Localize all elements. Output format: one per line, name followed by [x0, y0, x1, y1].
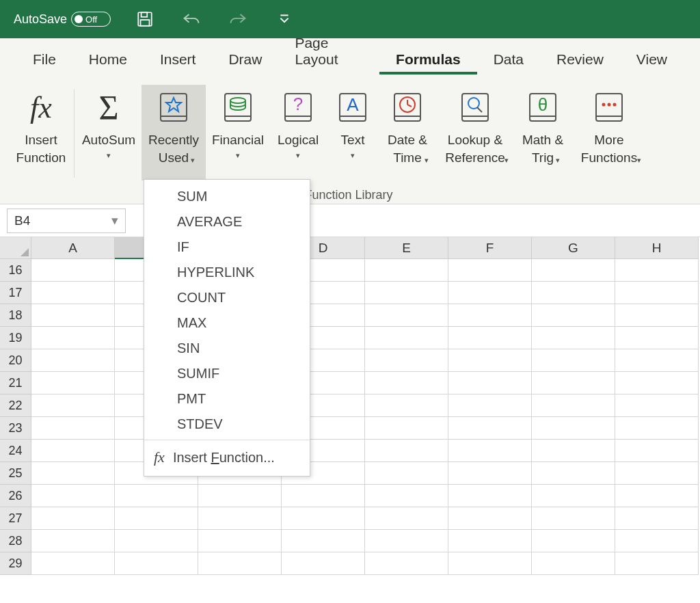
menuitem-max[interactable]: MAX	[144, 310, 310, 336]
cell-E21[interactable]	[365, 372, 448, 394]
row-header-28[interactable]: 28	[0, 530, 31, 552]
menuitem-stdev[interactable]: STDEV	[144, 412, 310, 437]
tab-insert[interactable]: Insert	[144, 44, 213, 75]
tab-data[interactable]: Data	[477, 44, 540, 75]
cell-A26[interactable]	[31, 485, 115, 507]
tab-review[interactable]: Review	[540, 44, 620, 75]
cell-D29[interactable]	[282, 552, 365, 575]
row-header-19[interactable]: 19	[0, 327, 31, 349]
row-header-26[interactable]: 26	[0, 485, 31, 507]
cell-G17[interactable]	[532, 282, 615, 304]
tab-home[interactable]: Home	[72, 44, 144, 75]
menuitem-if[interactable]: IF	[144, 234, 310, 260]
cell-A19[interactable]	[31, 327, 115, 349]
cell-H22[interactable]	[615, 394, 699, 417]
row-header-18[interactable]: 18	[0, 304, 31, 327]
cell-C29[interactable]	[198, 552, 282, 575]
cell-E22[interactable]	[365, 394, 448, 417]
cell-D28[interactable]	[282, 530, 365, 552]
cell-A27[interactable]	[31, 507, 115, 530]
cell-H26[interactable]	[615, 485, 699, 507]
cell-E24[interactable]	[365, 440, 448, 462]
cell-C28[interactable]	[198, 530, 282, 552]
financial-button[interactable]: Financial ▾	[206, 85, 270, 180]
menuitem-count[interactable]: COUNT	[144, 285, 310, 310]
cell-E27[interactable]	[365, 507, 448, 530]
cell-A28[interactable]	[31, 530, 115, 552]
date-time-button[interactable]: Date & Time ▾	[379, 85, 435, 180]
cell-F23[interactable]	[448, 417, 532, 440]
column-header-F[interactable]: F	[448, 237, 532, 259]
tab-page-layout[interactable]: Page Layout	[278, 28, 379, 75]
cell-H18[interactable]	[615, 304, 699, 327]
autosave-switch[interactable]: Off	[71, 12, 111, 27]
cell-A21[interactable]	[31, 372, 115, 394]
cell-A23[interactable]	[31, 417, 115, 440]
cell-G24[interactable]	[532, 440, 615, 462]
cell-E26[interactable]	[365, 485, 448, 507]
text-button[interactable]: A Text ▾	[326, 85, 379, 180]
cell-E20[interactable]	[365, 349, 448, 372]
math-trig-button[interactable]: θ Math & Trig ▾	[515, 85, 571, 180]
cell-F21[interactable]	[448, 372, 532, 394]
cell-D26[interactable]	[282, 485, 365, 507]
cell-F18[interactable]	[448, 304, 532, 327]
cell-A20[interactable]	[31, 349, 115, 372]
logical-button[interactable]: ? Logical ▾	[270, 85, 326, 180]
cell-E28[interactable]	[365, 530, 448, 552]
cell-F16[interactable]	[448, 259, 532, 282]
cell-G23[interactable]	[532, 417, 615, 440]
save-icon[interactable]	[135, 10, 154, 29]
cell-G28[interactable]	[532, 530, 615, 552]
tab-file[interactable]: File	[16, 44, 72, 75]
cell-H19[interactable]	[615, 327, 699, 349]
column-header-E[interactable]: E	[365, 237, 448, 259]
select-all-corner[interactable]	[0, 237, 31, 259]
cell-E25[interactable]	[365, 462, 448, 485]
more-functions-button[interactable]: More Functions ▾	[571, 85, 647, 180]
cell-H20[interactable]	[615, 349, 699, 372]
cell-E19[interactable]	[365, 327, 448, 349]
cell-H25[interactable]	[615, 462, 699, 485]
cell-H21[interactable]	[615, 372, 699, 394]
insert-function-button[interactable]: fx Insert Function	[10, 85, 72, 180]
menuitem-sin[interactable]: SIN	[144, 336, 310, 361]
cell-G25[interactable]	[532, 462, 615, 485]
cell-F25[interactable]	[448, 462, 532, 485]
cell-A25[interactable]	[31, 462, 115, 485]
cell-B29[interactable]	[115, 552, 198, 575]
cell-G16[interactable]	[532, 259, 615, 282]
cell-B26[interactable]	[115, 485, 198, 507]
row-header-27[interactable]: 27	[0, 507, 31, 530]
recently-used-button[interactable]: Recently Used ▾	[142, 85, 206, 180]
worksheet[interactable]: ABCDEFGH 1617181920212223242526272829	[0, 237, 700, 603]
cell-A22[interactable]	[31, 394, 115, 417]
cell-H17[interactable]	[615, 282, 699, 304]
cell-G22[interactable]	[532, 394, 615, 417]
cell-C26[interactable]	[198, 485, 282, 507]
cell-F27[interactable]	[448, 507, 532, 530]
cell-B27[interactable]	[115, 507, 198, 530]
cell-E29[interactable]	[365, 552, 448, 575]
column-header-A[interactable]: A	[31, 237, 115, 259]
menuitem-average[interactable]: AVERAGE	[144, 209, 310, 234]
cell-G19[interactable]	[532, 327, 615, 349]
cell-G20[interactable]	[532, 349, 615, 372]
name-box[interactable]: B4 ▾	[7, 209, 126, 233]
cell-F24[interactable]	[448, 440, 532, 462]
column-header-H[interactable]: H	[615, 237, 699, 259]
menuitem-pmt[interactable]: PMT	[144, 386, 310, 412]
menuitem-hyperlink[interactable]: HYPERLINK	[144, 260, 310, 285]
redo-icon[interactable]	[228, 10, 247, 29]
menuitem-sum[interactable]: SUM	[144, 184, 310, 209]
cell-A18[interactable]	[31, 304, 115, 327]
insert-function-menuitem[interactable]: fx Insert Function...	[144, 443, 310, 472]
row-header-24[interactable]: 24	[0, 440, 31, 462]
cell-F20[interactable]	[448, 349, 532, 372]
cell-G29[interactable]	[532, 552, 615, 575]
customize-qat-icon[interactable]	[275, 10, 294, 29]
cell-A29[interactable]	[31, 552, 115, 575]
cell-G18[interactable]	[532, 304, 615, 327]
cell-G26[interactable]	[532, 485, 615, 507]
cell-G27[interactable]	[532, 507, 615, 530]
